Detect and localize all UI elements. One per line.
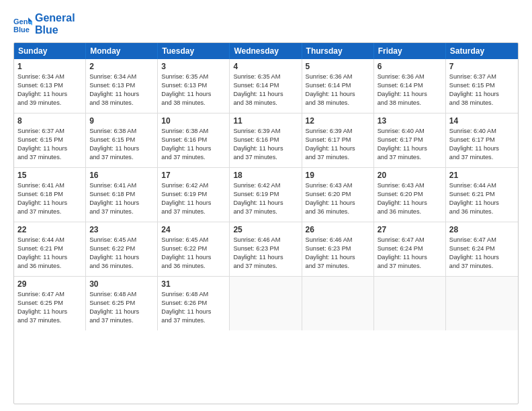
cell-info-line: and 38 minutes. (378, 99, 442, 107)
cell-info-line: Sunrise: 6:36 AM (378, 73, 442, 81)
calendar-cell-day-26: 26Sunrise: 6:46 AMSunset: 6:23 PMDayligh… (302, 222, 374, 276)
cell-info-line: and 37 minutes. (233, 153, 298, 162)
cell-info-line: and 37 minutes. (233, 262, 298, 271)
header-day-tuesday: Tuesday (158, 43, 230, 59)
cell-info-line: Daylight: 11 hours (449, 90, 515, 99)
logo: General Blue General Blue (13, 12, 75, 36)
cell-info-line: and 38 minutes. (89, 99, 154, 107)
day-number: 21 (449, 171, 515, 180)
logo-icon: General Blue (13, 15, 32, 34)
calendar-cell-day-1: 1Sunrise: 6:34 AMSunset: 6:13 PMDaylight… (14, 59, 86, 113)
cell-info-line: Sunset: 6:17 PM (449, 136, 515, 144)
calendar-cell-day-12: 12Sunrise: 6:39 AMSunset: 6:17 PMDayligh… (302, 113, 374, 167)
cell-info-line: Daylight: 11 hours (161, 90, 226, 99)
day-number: 30 (89, 279, 154, 289)
cell-info-line: Sunset: 6:17 PM (378, 136, 442, 144)
cell-info-line: and 37 minutes. (161, 316, 226, 325)
day-number: 3 (161, 62, 226, 71)
calendar-cell-day-9: 9Sunrise: 6:38 AMSunset: 6:15 PMDaylight… (86, 113, 158, 167)
cell-info-line: Sunrise: 6:46 AM (306, 236, 370, 244)
calendar-cell-day-27: 27Sunrise: 6:47 AMSunset: 6:24 PMDayligh… (374, 222, 446, 276)
day-number: 27 (378, 225, 442, 234)
calendar-cell-day-8: 8Sunrise: 6:37 AMSunset: 6:15 PMDaylight… (14, 113, 86, 167)
cell-info-line: Sunrise: 6:47 AM (449, 236, 515, 244)
cell-info-line: and 36 minutes. (378, 208, 442, 216)
cell-info-line: and 38 minutes. (306, 99, 370, 107)
calendar: SundayMondayTuesdayWednesdayThursdayFrid… (13, 42, 519, 404)
calendar-cell-day-17: 17Sunrise: 6:42 AMSunset: 6:19 PMDayligh… (158, 168, 230, 222)
cell-info-line: Sunset: 6:19 PM (233, 190, 298, 199)
calendar-week-3: 15Sunrise: 6:41 AMSunset: 6:18 PMDayligh… (14, 168, 518, 222)
header-day-monday: Monday (86, 43, 158, 59)
cell-info-line: Daylight: 11 hours (378, 199, 442, 208)
day-number: 11 (233, 116, 298, 126)
day-number: 22 (17, 225, 82, 234)
cell-info-line: and 37 minutes. (449, 153, 515, 162)
calendar-week-5: 29Sunrise: 6:47 AMSunset: 6:25 PMDayligh… (14, 277, 518, 330)
cell-info-line: Daylight: 11 hours (17, 253, 82, 262)
cell-info-line: Sunset: 6:16 PM (233, 136, 298, 144)
cell-info-line: Sunset: 6:24 PM (449, 244, 515, 253)
logo-line2: Blue (35, 24, 75, 36)
cell-info-line: Sunset: 6:24 PM (378, 244, 442, 253)
day-number: 20 (378, 171, 442, 180)
cell-info-line: Sunset: 6:20 PM (378, 190, 442, 199)
cell-info-line: Sunrise: 6:46 AM (233, 236, 298, 244)
cell-info-line: and 37 minutes. (17, 316, 82, 325)
header-day-saturday: Saturday (446, 43, 518, 59)
cell-info-line: Sunset: 6:14 PM (233, 81, 298, 90)
day-number: 15 (17, 171, 82, 180)
cell-info-line: Sunrise: 6:34 AM (17, 73, 82, 81)
cell-info-line: Sunrise: 6:45 AM (161, 236, 226, 244)
cell-info-line: Sunrise: 6:37 AM (17, 127, 82, 136)
calendar-cell-day-30: 30Sunrise: 6:48 AMSunset: 6:25 PMDayligh… (86, 277, 158, 330)
calendar-cell-day-29: 29Sunrise: 6:47 AMSunset: 6:25 PMDayligh… (14, 277, 86, 330)
page: General Blue General Blue SundayMondayTu… (0, 0, 532, 411)
cell-info-line: and 36 minutes. (449, 208, 515, 216)
cell-info-line: Sunrise: 6:39 AM (306, 127, 370, 136)
calendar-week-2: 8Sunrise: 6:37 AMSunset: 6:15 PMDaylight… (14, 113, 518, 168)
cell-info-line: Daylight: 11 hours (89, 199, 154, 208)
calendar-week-4: 22Sunrise: 6:44 AMSunset: 6:21 PMDayligh… (14, 222, 518, 277)
cell-info-line: Daylight: 11 hours (161, 199, 226, 208)
cell-info-line: and 37 minutes. (161, 208, 226, 216)
cell-info-line: Daylight: 11 hours (233, 199, 298, 208)
cell-info-line: Sunset: 6:13 PM (161, 81, 226, 90)
cell-info-line: Sunset: 6:23 PM (233, 244, 298, 253)
cell-info-line: Sunset: 6:20 PM (306, 190, 370, 199)
cell-info-line: Sunset: 6:19 PM (161, 190, 226, 199)
cell-info-line: Sunset: 6:15 PM (449, 81, 515, 90)
header: General Blue General Blue (13, 12, 519, 36)
cell-info-line: and 37 minutes. (306, 262, 370, 271)
calendar-cell-empty (230, 277, 302, 330)
calendar-body: 1Sunrise: 6:34 AMSunset: 6:13 PMDaylight… (14, 59, 518, 330)
cell-info-line: Daylight: 11 hours (378, 253, 442, 262)
header-day-wednesday: Wednesday (230, 43, 302, 59)
calendar-cell-day-21: 21Sunrise: 6:44 AMSunset: 6:21 PMDayligh… (446, 168, 518, 222)
cell-info-line: and 36 minutes. (17, 262, 82, 271)
cell-info-line: Sunrise: 6:42 AM (161, 181, 226, 190)
calendar-cell-empty (374, 277, 446, 330)
cell-info-line: and 37 minutes. (306, 153, 370, 162)
day-number: 13 (378, 116, 442, 126)
cell-info-line: Daylight: 11 hours (449, 253, 515, 262)
calendar-cell-day-5: 5Sunrise: 6:36 AMSunset: 6:14 PMDaylight… (302, 59, 374, 113)
cell-info-line: Sunset: 6:25 PM (17, 299, 82, 308)
cell-info-line: and 37 minutes. (161, 153, 226, 162)
day-number: 5 (306, 62, 370, 71)
cell-info-line: Sunrise: 6:41 AM (89, 181, 154, 190)
day-number: 10 (161, 116, 226, 126)
day-number: 23 (89, 225, 154, 234)
cell-info-line: Sunset: 6:13 PM (89, 81, 154, 90)
day-number: 16 (89, 171, 154, 180)
day-number: 19 (306, 171, 370, 180)
cell-info-line: and 37 minutes. (233, 208, 298, 216)
cell-info-line: Sunset: 6:18 PM (89, 190, 154, 199)
logo-line1: General (35, 12, 75, 24)
cell-info-line: Sunset: 6:18 PM (17, 190, 82, 199)
svg-text:Blue: Blue (13, 26, 30, 34)
cell-info-line: and 37 minutes. (89, 316, 154, 325)
cell-info-line: Daylight: 11 hours (306, 199, 370, 208)
cell-info-line: and 37 minutes. (378, 153, 442, 162)
day-number: 24 (161, 225, 226, 234)
